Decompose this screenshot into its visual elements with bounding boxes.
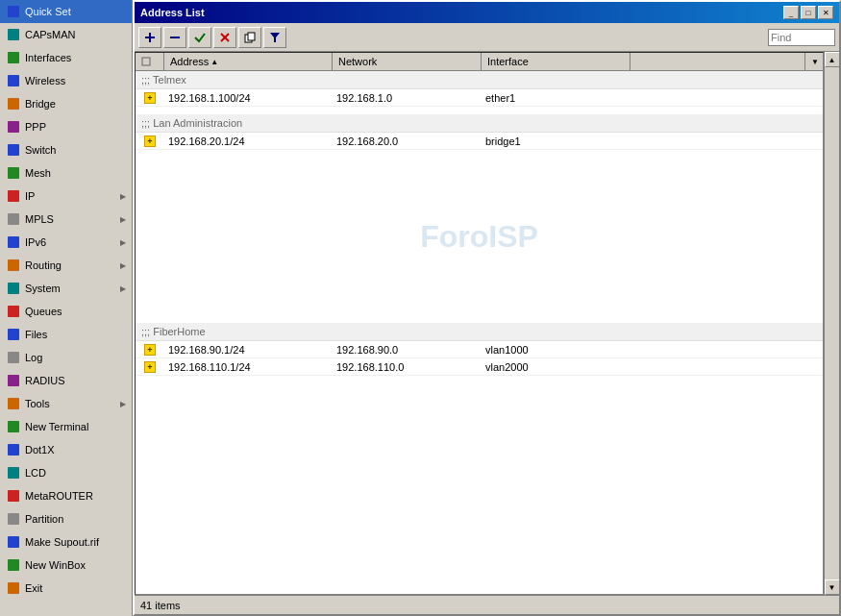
row-address: 192.168.90.1/24 <box>164 342 333 357</box>
status-bar: 41 items <box>135 595 839 614</box>
partition-icon <box>6 511 21 527</box>
ppp-icon <box>6 119 21 135</box>
watermark: ForoISP <box>420 219 538 255</box>
table-row[interactable]: + 192.168.110.1/24 192.168.110.0 vlan200… <box>136 358 823 376</box>
sidebar-item-mesh[interactable]: Mesh <box>0 161 132 185</box>
table-row[interactable]: + 192.168.20.1/24 192.168.20.0 bridge1 <box>136 133 823 150</box>
table-body: ;;; Telmex + 192.168.1.100/24 192.168.1.… <box>136 71 823 433</box>
sidebar-item-quick-set[interactable]: Quick Set <box>0 0 132 23</box>
sidebar-item-wireless[interactable]: Wireless <box>0 69 132 92</box>
toolbar <box>135 23 839 52</box>
row-address: 192.168.1.100/24 <box>164 90 333 106</box>
wireless-icon <box>6 73 21 88</box>
group-lan-admin: ;;; Lan Administracion <box>136 114 823 133</box>
ipv6-arrow-icon <box>120 238 126 247</box>
sidebar-item-make-supout[interactable]: Make Supout.rif <box>0 530 132 554</box>
sidebar-item-queues[interactable]: Queues <box>0 300 132 323</box>
row-network: 192.168.90.0 <box>333 342 482 357</box>
scroll-up-button[interactable]: ▲ <box>825 52 840 67</box>
sidebar-item-ppp[interactable]: PPP <box>0 115 132 138</box>
row-interface: bridge1 <box>482 134 631 149</box>
sidebar-item-switch[interactable]: Switch <box>0 138 132 161</box>
main-area: Address List _ □ ✕ <box>133 0 841 616</box>
sidebar-item-bridge[interactable]: Bridge <box>0 92 132 115</box>
svg-rect-8 <box>142 58 150 65</box>
row-address: 192.168.110.1/24 <box>164 359 333 375</box>
add-button[interactable] <box>138 27 161 48</box>
address-flag-icon: + <box>144 136 156 147</box>
sidebar-item-radius[interactable]: RADIUS <box>0 369 132 392</box>
close-button[interactable]: ✕ <box>818 6 833 19</box>
scroll-down-button[interactable]: ▼ <box>825 579 840 595</box>
metarouter-icon <box>6 488 21 504</box>
sidebar-item-dot1x[interactable]: Dot1X <box>0 438 132 461</box>
sidebar-item-capsman[interactable]: CAPsMAN <box>0 23 132 46</box>
dropdown-icon: ▼ <box>811 58 819 66</box>
sidebar-item-ip[interactable]: IP <box>0 185 132 208</box>
mpls-icon <box>6 211 21 227</box>
sidebar-item-new-terminal[interactable]: New Terminal <box>0 415 132 438</box>
dot1x-icon <box>6 442 21 457</box>
header-network[interactable]: Network <box>333 53 482 70</box>
table-header: Address ▲ Network Interface ▼ <box>136 53 823 71</box>
tools-icon <box>6 396 21 411</box>
row-interface: vlan1000 <box>482 342 631 357</box>
scrollbar[interactable]: ▲ ▼ <box>824 52 839 595</box>
sidebar-item-partition[interactable]: Partition <box>0 507 132 530</box>
row-flag: + <box>136 92 164 104</box>
routing-arrow-icon <box>120 261 126 270</box>
address-flag-icon: + <box>144 92 156 104</box>
enable-button[interactable] <box>188 27 211 48</box>
sidebar-item-metarouter[interactable]: MetaROUTER <box>0 484 132 507</box>
row-network: 192.168.110.0 <box>333 359 482 375</box>
table-row[interactable]: + 192.168.1.100/24 192.168.1.0 ether1 <box>136 89 823 107</box>
make-supout-icon <box>6 534 21 550</box>
sidebar-item-lcd[interactable]: LCD <box>0 461 132 484</box>
window-titlebar: Address List _ □ ✕ <box>135 2 839 23</box>
svg-marker-7 <box>270 33 280 42</box>
sidebar-item-routing[interactable]: Routing <box>0 254 132 277</box>
sidebar-item-interfaces[interactable]: Interfaces <box>0 46 132 69</box>
remove-button[interactable] <box>163 27 186 48</box>
filter-button[interactable] <box>263 27 286 48</box>
radius-icon <box>6 373 21 388</box>
header-interface[interactable]: Interface <box>482 53 631 70</box>
sidebar-item-log[interactable]: Log <box>0 346 132 369</box>
row-flag: + <box>136 136 164 147</box>
address-table: Address ▲ Network Interface ▼ <box>135 52 824 595</box>
table-row[interactable]: + 192.168.90.1/24 192.168.90.0 vlan1000 <box>136 341 823 358</box>
find-input[interactable] <box>768 29 835 46</box>
queues-icon <box>6 304 21 319</box>
group-fiberhome: ;;; FiberHome <box>136 323 823 341</box>
capsman-icon <box>6 27 21 42</box>
svg-rect-6 <box>248 33 255 40</box>
sidebar-item-new-winbox[interactable]: New WinBox <box>0 554 132 577</box>
sidebar-item-ipv6[interactable]: IPv6 <box>0 231 132 254</box>
files-icon <box>6 327 21 342</box>
maximize-button[interactable]: □ <box>801 6 816 19</box>
sidebar-item-files[interactable]: Files <box>0 323 132 346</box>
window-controls: _ □ ✕ <box>783 6 833 19</box>
row-flag: + <box>136 361 164 373</box>
lcd-icon <box>6 465 21 480</box>
sidebar-item-exit[interactable]: Exit <box>0 577 132 600</box>
copy-button[interactable] <box>238 27 261 48</box>
tools-arrow-icon <box>120 400 126 408</box>
sidebar-item-tools[interactable]: Tools <box>0 392 132 415</box>
system-icon <box>6 281 21 296</box>
header-address[interactable]: Address ▲ <box>164 53 333 70</box>
minimize-button[interactable]: _ <box>783 6 799 19</box>
new-terminal-icon <box>6 419 21 434</box>
address-list-window: Address List _ □ ✕ <box>133 0 841 616</box>
sidebar-item-system[interactable]: System <box>0 277 132 300</box>
routing-icon <box>6 258 21 273</box>
bridge-icon <box>6 96 21 111</box>
row-network: 192.168.20.0 <box>333 134 482 149</box>
svg-rect-1 <box>145 37 155 38</box>
ip-icon <box>6 188 21 204</box>
system-arrow-icon <box>120 284 126 293</box>
new-winbox-icon <box>6 557 21 573</box>
sidebar-item-mpls[interactable]: MPLS <box>0 208 132 231</box>
disable-button[interactable] <box>213 27 236 48</box>
header-scroll: ▼ <box>805 53 823 70</box>
